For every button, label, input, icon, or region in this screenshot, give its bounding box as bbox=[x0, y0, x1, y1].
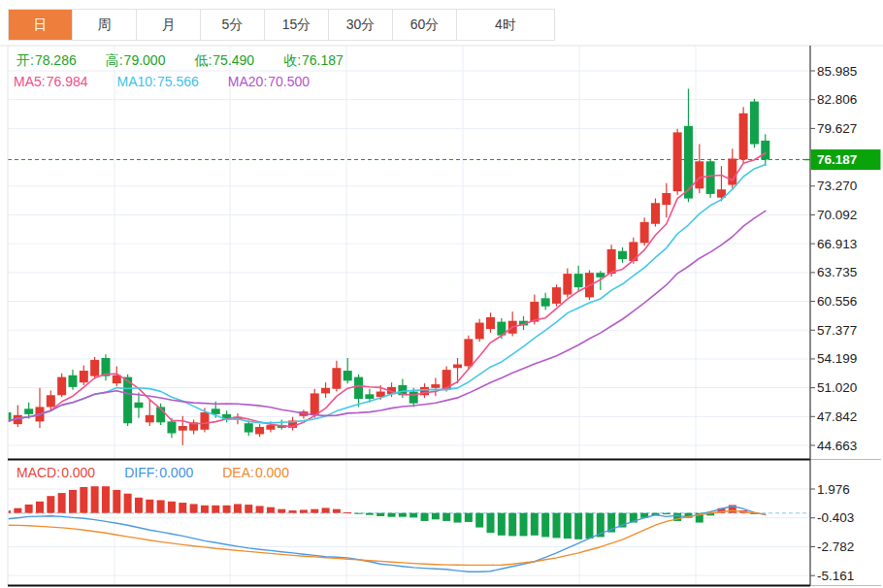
macd-histogram-bar bbox=[585, 513, 593, 539]
macd-histogram-bar bbox=[102, 486, 110, 512]
y-axis-label: 54.199 bbox=[817, 351, 857, 366]
macd-histogram-bar bbox=[267, 507, 275, 513]
macd-histogram-bar bbox=[432, 513, 440, 520]
y-axis-label: 1.976 bbox=[817, 482, 850, 497]
ma-legend: MA5:76.984MA10:75.566MA20:70.500 bbox=[14, 74, 339, 89]
macd-histogram-bar bbox=[442, 513, 450, 521]
macd-histogram-bar bbox=[355, 513, 363, 514]
candle-body bbox=[90, 360, 99, 376]
legend-label: 高: bbox=[106, 52, 123, 68]
macd-histogram-bar bbox=[179, 503, 186, 513]
macd-histogram-bar bbox=[376, 513, 384, 516]
dea-line bbox=[7, 510, 766, 565]
candle-body bbox=[255, 427, 264, 434]
macd-histogram-bar bbox=[289, 510, 297, 513]
candle-body bbox=[475, 323, 484, 340]
candle-body bbox=[167, 421, 176, 433]
macd-histogram-bar bbox=[322, 507, 330, 512]
candle-body bbox=[321, 388, 330, 394]
candle-body bbox=[750, 102, 759, 145]
ohlc-row-item: 低:75.490 bbox=[194, 52, 269, 68]
legend-value: 75.490 bbox=[213, 52, 254, 68]
macd-histogram-bar bbox=[663, 513, 670, 514]
legend-value: 78.286 bbox=[35, 52, 77, 68]
macd-histogram-bar bbox=[311, 509, 318, 513]
candle-body bbox=[574, 274, 583, 287]
ohlc-legend: 开:78.286高:79.000低:75.490收:76.187 bbox=[16, 52, 373, 70]
tab-period-7[interactable]: 4时 bbox=[457, 10, 554, 40]
candle-body bbox=[607, 249, 616, 274]
macd-histogram-bar bbox=[475, 513, 483, 528]
legend-value: 70.500 bbox=[268, 74, 310, 89]
macd-row-item: MACD:0.000 bbox=[16, 465, 110, 480]
macd-histogram-bar bbox=[47, 496, 54, 512]
legend-label: MA10: bbox=[117, 74, 156, 89]
tab-period-1[interactable]: 周 bbox=[73, 10, 137, 40]
candle-body bbox=[365, 394, 374, 399]
y-axis-label: 85.985 bbox=[817, 64, 857, 79]
macd-histogram-bar bbox=[58, 493, 66, 513]
y-axis-label: -0.403 bbox=[817, 510, 854, 525]
y-axis-label: 79.627 bbox=[817, 121, 857, 136]
macd-histogram-bar bbox=[531, 513, 539, 536]
legend-value: 76.187 bbox=[302, 52, 343, 68]
macd-histogram-bar bbox=[541, 513, 549, 538]
tab-period-5[interactable]: 30分 bbox=[329, 10, 393, 40]
macd-histogram-bar bbox=[245, 505, 252, 513]
macd-histogram-bar bbox=[36, 502, 44, 513]
candle-body bbox=[179, 426, 187, 431]
legend-value: 0.000 bbox=[61, 465, 95, 480]
macd-histogram-bar bbox=[454, 513, 462, 523]
macd-histogram-bar bbox=[508, 513, 516, 537]
macd-histogram-bar bbox=[80, 487, 87, 513]
macd-histogram-bar bbox=[157, 500, 165, 512]
candle-body bbox=[464, 339, 473, 366]
macd-histogram-bar bbox=[14, 508, 21, 513]
tab-period-0[interactable]: 日 bbox=[9, 10, 73, 40]
y-axis-label: 82.806 bbox=[817, 92, 857, 107]
candle-body bbox=[739, 114, 748, 160]
macd-histogram-bar bbox=[91, 486, 99, 512]
macd-histogram-bar bbox=[300, 509, 308, 512]
ohlc-row-item: 高:79.000 bbox=[106, 52, 180, 68]
macd-legend: MACD:0.000DIFF:0.000DEA:0.000 bbox=[16, 465, 318, 480]
candle-body bbox=[266, 425, 275, 430]
macd-histogram-bar bbox=[564, 513, 572, 539]
candle-body bbox=[486, 317, 495, 329]
macd-histogram-bar bbox=[201, 506, 209, 513]
candle-body bbox=[552, 287, 561, 304]
ma5-line bbox=[7, 153, 766, 427]
legend-value: 0.000 bbox=[255, 465, 289, 480]
candle-body bbox=[332, 368, 341, 388]
candle-body bbox=[541, 298, 550, 306]
legend-label: 开: bbox=[16, 52, 34, 68]
y-axis-label: 70.092 bbox=[817, 208, 857, 222]
ma-row-item: MA10:75.566 bbox=[117, 74, 213, 89]
tab-period-4[interactable]: 15分 bbox=[265, 10, 329, 40]
tab-period-3[interactable]: 5分 bbox=[201, 10, 265, 40]
candle-body bbox=[80, 371, 88, 382]
candle-body bbox=[684, 126, 693, 199]
tab-period-6[interactable]: 60分 bbox=[393, 10, 457, 40]
macd-histogram-bar bbox=[135, 498, 143, 513]
legend-value: 76.984 bbox=[47, 74, 88, 89]
macd-histogram-bar bbox=[421, 513, 429, 521]
macd-histogram-bar bbox=[343, 512, 351, 513]
kline-chart-page: 85.98582.80679.62773.27070.09266.91363.7… bbox=[0, 0, 883, 588]
macd-histogram-bar bbox=[256, 506, 264, 512]
candle-body bbox=[673, 132, 682, 191]
macd-histogram-bar bbox=[399, 513, 407, 517]
candle-body bbox=[57, 377, 66, 396]
candle-body bbox=[640, 222, 649, 243]
macd-histogram-bar bbox=[25, 505, 33, 513]
macd-histogram-bar bbox=[487, 513, 495, 533]
macd-histogram-bar bbox=[574, 513, 582, 539]
tab-period-2[interactable]: 月 bbox=[137, 10, 201, 40]
macd-histogram-bar bbox=[212, 506, 219, 513]
y-axis-label: 60.556 bbox=[817, 294, 857, 309]
legend-label: DIFF: bbox=[124, 465, 158, 480]
legend-value: 75.566 bbox=[157, 74, 199, 89]
y-axis-label: 66.913 bbox=[817, 237, 857, 251]
price-tag: 76.187 bbox=[817, 152, 857, 167]
macd-histogram-bar bbox=[333, 509, 341, 513]
